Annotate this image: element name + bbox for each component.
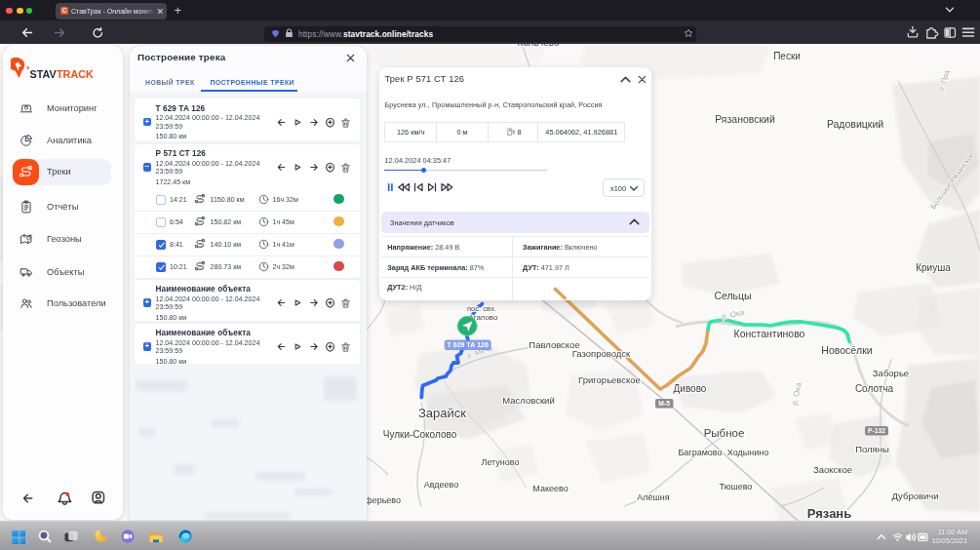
svg-text:Т 629 ТА 126: Т 629 ТА 126 — [448, 341, 489, 348]
svg-text:Пески: Пески — [773, 51, 801, 61]
svg-text:Дубровичи: Дубровичи — [891, 491, 938, 501]
svg-text:Григорьевское: Григорьевское — [578, 374, 641, 385]
svg-text:Кольчево: Кольчево — [517, 44, 560, 48]
svg-text:пос. свх.: пос. свх. — [467, 304, 496, 313]
svg-text:Новосёлки: Новосёлки — [821, 344, 873, 356]
svg-text:Алёшня: Алёшня — [637, 492, 669, 502]
svg-text:Рязань: Рязань — [807, 506, 851, 521]
svg-text:Зарайск: Зарайск — [418, 406, 466, 420]
svg-text:STAV: STAV — [30, 68, 58, 80]
svg-text:Макеево: Макеево — [532, 484, 568, 493]
svg-text:Криуша: Криуша — [916, 262, 951, 273]
svg-text:Заборье: Заборье — [873, 368, 909, 378]
svg-text:М-5: М-5 — [658, 400, 670, 407]
svg-text:Чулки-Соколово: Чулки-Соколово — [383, 429, 457, 440]
svg-text:Константиново: Константиново — [734, 328, 805, 339]
svg-text:Баграмово: Баграмово — [678, 448, 722, 457]
svg-text:Радовицкий: Радовицкий — [827, 118, 883, 130]
svg-text:Газопроводск: Газопроводск — [572, 348, 631, 359]
svg-text:Сельцы: Сельцы — [714, 290, 751, 301]
svg-text:Поляны: Поляны — [855, 444, 889, 454]
svg-text:Тюшево: Тюшево — [720, 482, 753, 491]
svg-text:Ходынино: Ходынино — [727, 448, 768, 457]
svg-text:Масловский: Масловский — [502, 395, 554, 406]
svg-text:Дивово: Дивово — [674, 383, 707, 394]
svg-text:Летуново: Летуново — [482, 457, 520, 467]
svg-text:Солотча: Солотча — [855, 383, 894, 394]
svg-text:Авдеево: Авдеево — [424, 480, 459, 490]
svg-text:Заокское: Заокское — [813, 464, 852, 475]
svg-text:TRACK: TRACK — [57, 68, 94, 80]
svg-text:Рыбное: Рыбное — [704, 427, 745, 439]
svg-text:Р-132: Р-132 — [868, 427, 885, 434]
svg-text:Рязановский: Рязановский — [715, 113, 775, 125]
